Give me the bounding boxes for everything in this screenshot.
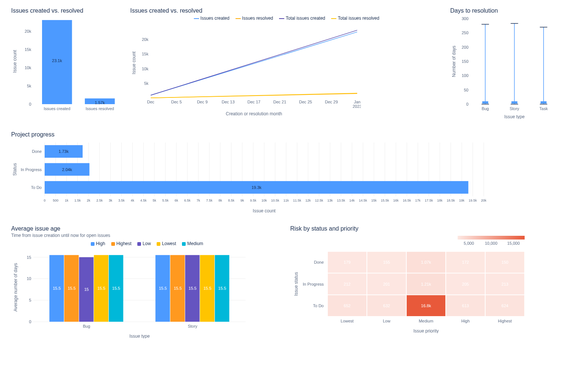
svg-text:201: 201 [383,282,390,286]
svg-text:8.5k: 8.5k [228,199,235,202]
svg-text:2k: 2k [87,199,90,202]
svg-text:Issues created: Issues created [44,106,70,111]
svg-text:15.5: 15.5 [159,286,167,290]
svg-text:0: 0 [29,319,31,324]
svg-text:15: 15 [84,287,89,292]
svg-text:652: 652 [344,303,350,308]
svg-text:613: 613 [462,303,469,308]
svg-text:0: 0 [29,102,31,106]
heatmap-chart: 5,00010,00015,000Done1791551.07k172150In… [290,233,528,333]
svg-text:5,000: 5,000 [464,241,474,245]
svg-text:Low: Low [383,319,390,323]
svg-text:1.57k: 1.57k [95,100,105,105]
svg-text:Lowest: Lowest [341,319,354,323]
svg-text:Issue type: Issue type [504,114,525,119]
svg-text:14.5k: 14.5k [359,199,367,202]
svg-text:5k: 5k [27,84,31,88]
svg-text:Average number of days: Average number of days [13,263,18,312]
svg-line-30 [151,30,357,95]
svg-text:3.5k: 3.5k [118,199,125,202]
svg-text:5.5k: 5.5k [162,199,169,202]
svg-text:12.5k: 12.5k [315,199,323,202]
svg-text:1.07k: 1.07k [421,260,431,264]
svg-rect-43 [482,101,488,103]
svg-text:11.5k: 11.5k [293,199,301,202]
svg-text:10.5k: 10.5k [271,199,279,202]
svg-text:10,000: 10,000 [485,241,497,245]
svg-text:Bug: Bug [481,106,489,111]
svg-text:Dec 9: Dec 9 [197,100,208,104]
svg-text:8k: 8k [218,199,222,202]
range-chart: 050100150200250300Number of daysBugStory… [450,15,562,119]
svg-text:15.5: 15.5 [112,286,120,290]
svg-text:Dec 17: Dec 17 [247,100,260,104]
svg-text:In Progress: In Progress [21,167,42,172]
svg-text:19k: 19k [459,199,465,202]
svg-text:Medium: Medium [419,319,433,323]
svg-text:15,000: 15,000 [507,241,520,245]
svg-text:19.3k: 19.3k [252,185,262,190]
svg-text:17.5k: 17.5k [425,199,433,202]
svg-text:23.1k: 23.1k [52,58,62,63]
svg-text:500: 500 [53,199,58,202]
chart-risk-heatmap: Risk by status and priority 5,00010,0001… [290,225,562,340]
svg-text:2023: 2023 [353,104,361,109]
svg-text:15k: 15k [142,52,148,56]
svg-text:10k: 10k [142,67,148,71]
svg-text:172: 172 [462,260,469,264]
chart-days-resolution: Days to resolution 050100150200250300Num… [450,7,562,120]
svg-text:Bug: Bug [83,324,90,328]
svg-text:9k: 9k [240,199,244,202]
svg-text:6k: 6k [175,199,178,202]
svg-text:10k: 10k [262,199,267,202]
svg-text:5k: 5k [153,199,156,202]
svg-text:5k: 5k [144,81,148,86]
svg-text:Dec 13: Dec 13 [222,100,235,104]
svg-text:1.5k: 1.5k [74,199,81,202]
svg-text:15k: 15k [25,47,31,52]
svg-text:20k: 20k [142,37,148,42]
bar-chart: 05k10k15k20kIssue count23.1kIssues creat… [11,15,123,119]
svg-text:9.5k: 9.5k [250,199,257,202]
svg-text:Done: Done [32,149,42,154]
svg-text:Issue type: Issue type [129,334,150,338]
line-chart: 5k10k15k20kIssue countDecDec 5Dec 9Dec 1… [130,24,361,117]
svg-text:15.5: 15.5 [68,286,76,290]
svg-text:4k: 4k [131,199,134,202]
chart-issues-bar: Issues created vs. resolved 05k10k15k20k… [11,7,123,120]
svg-text:Done: Done [314,260,324,264]
svg-text:Dec: Dec [147,100,154,104]
svg-text:1.73k: 1.73k [59,149,69,154]
svg-text:15k: 15k [371,199,377,202]
svg-text:2.5k: 2.5k [96,199,103,202]
svg-text:15: 15 [27,255,31,260]
legend: HighHighestLowLowestMedium [11,241,283,246]
svg-text:15.5: 15.5 [189,286,196,290]
svg-text:19.5k: 19.5k [468,199,477,202]
svg-text:15.5: 15.5 [204,286,211,290]
svg-text:Story: Story [188,324,198,328]
svg-text:250: 250 [462,30,468,35]
svg-text:Story: Story [510,106,519,111]
svg-text:0: 0 [466,102,468,106]
svg-text:13k: 13k [327,199,333,202]
svg-text:1k: 1k [65,199,68,202]
svg-text:Status: Status [12,163,17,176]
svg-text:7k: 7k [196,199,200,202]
chart-title: Risk by status and priority [290,225,562,232]
svg-text:Issue count: Issue count [131,51,137,74]
svg-text:16k: 16k [393,199,399,202]
svg-text:200: 200 [462,45,468,49]
svg-text:Number of days: Number of days [451,46,457,77]
svg-text:155: 155 [383,260,390,264]
svg-text:4.5k: 4.5k [140,199,147,202]
svg-text:50: 50 [464,88,468,92]
svg-text:5: 5 [29,298,31,302]
svg-text:To Do: To Do [31,185,42,190]
svg-text:300: 300 [462,16,468,21]
svg-text:Dec 25: Dec 25 [299,100,312,104]
svg-text:0: 0 [44,199,45,202]
grouped-bar-chart: 051015Average number of daysIssue type15… [11,249,249,338]
svg-text:7.5k: 7.5k [206,199,213,202]
svg-text:100: 100 [462,73,468,78]
